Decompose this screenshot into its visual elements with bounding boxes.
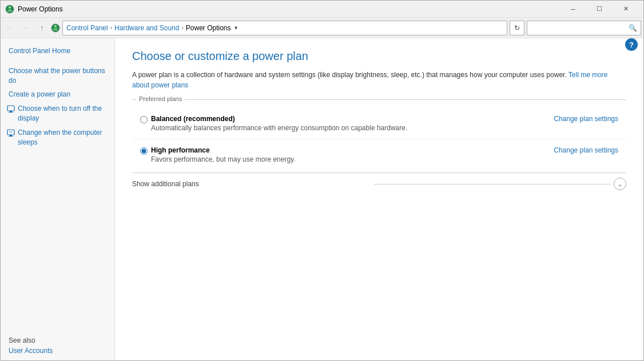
high-performance-plan-name: High performance	[151, 146, 554, 154]
high-performance-plan-desc: Favors performance, but may use more ene…	[151, 155, 554, 163]
svg-rect-5	[10, 111, 12, 112]
sleep-icon	[6, 129, 15, 138]
sidebar-control-panel-home[interactable]: Control Panel Home	[1, 44, 114, 58]
breadcrumb: Control Panel › Hardware and Sound › Pow…	[62, 21, 507, 35]
balanced-radio[interactable]	[140, 116, 148, 123]
sidebar-links: Choose what the power buttons do Create …	[1, 64, 114, 150]
sidebar-power-buttons[interactable]: Choose what the power buttons do	[1, 64, 114, 88]
help-button[interactable]: ?	[625, 38, 638, 51]
svg-rect-9	[9, 136, 13, 137]
page-title: Choose or customize a power plan	[132, 50, 626, 63]
minimize-button[interactable]: ─	[560, 1, 586, 18]
address-bar: ← → ↑ Control Panel › Hardware and Sound…	[1, 18, 643, 38]
preferred-plans-section: Preferred plans Balanced (recommended) A…	[132, 99, 626, 190]
high-performance-change-link[interactable]: Change plan settings	[554, 146, 618, 154]
high-performance-plan-row: High performance Favors performance, but…	[132, 139, 626, 170]
location-icon	[51, 23, 60, 33]
forward-button[interactable]: →	[19, 21, 33, 35]
show-additional-section: Show additional plans ⌄	[132, 173, 626, 190]
preferred-plans-label: Preferred plans	[137, 95, 184, 102]
monitor-icon	[6, 105, 15, 114]
sidebar-spacer	[1, 149, 114, 333]
sidebar-user-accounts[interactable]: User Accounts	[1, 346, 114, 356]
divider-line	[374, 184, 610, 184]
main-layout: Control Panel Home Choose what the power…	[1, 38, 643, 361]
window-icon	[5, 5, 14, 14]
balanced-plan-desc: Automatically balances performance with …	[151, 124, 554, 132]
balanced-plan-row: Balanced (recommended) Automatically bal…	[132, 108, 626, 139]
content-area: Choose or customize a power plan A power…	[115, 38, 643, 361]
breadcrumb-hardware-sound[interactable]: Hardware and Sound	[114, 24, 179, 32]
search-icon[interactable]: 🔍	[629, 24, 637, 32]
chevron-down-icon: ⌄	[618, 181, 622, 187]
balanced-change-link[interactable]: Change plan settings	[554, 115, 618, 123]
title-bar: Power Options ─ ☐ ✕	[1, 1, 643, 18]
high-performance-radio[interactable]	[140, 147, 148, 155]
breadcrumb-control-panel[interactable]: Control Panel	[66, 24, 108, 32]
plans-list: Balanced (recommended) Automatically bal…	[132, 108, 626, 170]
breadcrumb-dropdown-icon[interactable]: ▾	[234, 25, 237, 31]
svg-rect-8	[10, 135, 12, 136]
search-box: 🔍	[527, 21, 641, 35]
back-button[interactable]: ←	[3, 21, 17, 35]
sidebar-create-plan[interactable]: Create a power plan	[1, 87, 114, 102]
sidebar-turn-off-display[interactable]: Choose when to turn off the display	[1, 102, 114, 126]
breadcrumb-current: Power Options	[186, 24, 231, 32]
svg-rect-4	[7, 106, 14, 111]
close-button[interactable]: ✕	[613, 1, 639, 18]
show-additional-button[interactable]: ⌄	[614, 178, 626, 190]
svg-rect-6	[9, 112, 13, 113]
sidebar: Control Panel Home Choose what the power…	[1, 38, 115, 361]
show-additional-label: Show additional plans	[132, 180, 368, 188]
window: Power Options ─ ☐ ✕ ← → ↑ Control Panel …	[0, 0, 644, 361]
title-bar-controls: ─ ☐ ✕	[560, 1, 639, 18]
svg-point-1	[9, 6, 11, 9]
search-input[interactable]	[531, 24, 629, 32]
svg-point-3	[54, 25, 57, 27]
up-button[interactable]: ↑	[35, 21, 49, 35]
sidebar-see-also-label: See also	[1, 333, 114, 346]
sidebar-computer-sleeps[interactable]: Change when the computer sleeps	[1, 126, 114, 150]
window-title: Power Options	[18, 5, 560, 13]
refresh-button[interactable]: ↻	[510, 21, 524, 35]
content-description: A power plan is a collection of hardware…	[132, 70, 626, 90]
restore-button[interactable]: ☐	[586, 1, 613, 18]
balanced-plan-name: Balanced (recommended)	[151, 115, 554, 123]
